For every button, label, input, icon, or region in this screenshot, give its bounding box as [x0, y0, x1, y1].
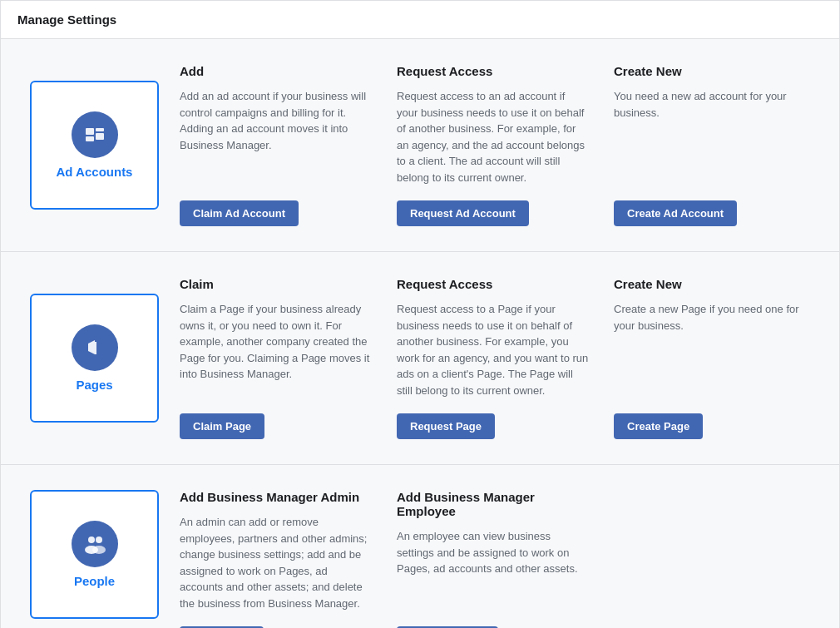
svg-rect-2	[96, 133, 104, 140]
people-employee-desc: An employee can view business settings a…	[397, 528, 589, 611]
ad-accounts-create-desc: You need a new ad account for your busin…	[614, 88, 806, 185]
pages-content: Claim Claim a Page if your business alre…	[171, 269, 823, 448]
pages-icon-col: Pages	[17, 269, 171, 448]
people-admin-title: Add Business Manager Admin	[180, 490, 372, 504]
ad-accounts-add-block: Add Add an ad account if your business w…	[171, 56, 388, 235]
people-label: People	[74, 574, 115, 588]
pages-label: Pages	[76, 378, 112, 392]
people-admin-desc: An admin can add or remove employees, pa…	[180, 514, 372, 611]
request-ad-account-button[interactable]: Request Ad Account	[397, 200, 529, 226]
people-icon-col: People	[17, 482, 171, 627]
create-page-button[interactable]: Create Page	[614, 413, 703, 439]
pages-request-block: Request Access Request access to a Page …	[388, 269, 605, 448]
claim-ad-account-button[interactable]: Claim Ad Account	[180, 200, 299, 226]
svg-rect-1	[96, 128, 104, 131]
pages-claim-title: Claim	[180, 277, 372, 291]
svg-point-6	[88, 537, 95, 543]
svg-point-7	[96, 537, 102, 543]
people-icon-box: People	[30, 490, 159, 619]
pages-request-title: Request Access	[397, 277, 589, 291]
ad-accounts-icon-col: Ad Accounts	[17, 56, 171, 235]
pages-icon-box: Pages	[30, 294, 159, 423]
people-employee-block: Add Business Manager Employee An employe…	[388, 482, 605, 628]
ad-accounts-content: Add Add an ad account if your business w…	[171, 56, 823, 235]
ad-accounts-section: Ad Accounts Add Add an ad account if you…	[1, 39, 839, 252]
people-content: Add Business Manager Admin An admin can …	[171, 482, 823, 628]
main-container: Manage Settings Ad Accounts Add	[0, 0, 840, 628]
people-icon	[72, 521, 118, 567]
svg-marker-4	[88, 340, 95, 354]
ad-accounts-create-block: Create New You need a new ad account for…	[605, 56, 823, 235]
pages-create-desc: Create a new Page if you need one for yo…	[614, 301, 806, 398]
svg-point-9	[92, 546, 106, 554]
people-admin-block: Add Business Manager Admin An admin can …	[171, 482, 388, 628]
ad-accounts-add-desc: Add an ad account if your business will …	[180, 88, 372, 185]
pages-claim-block: Claim Claim a Page if your business alre…	[171, 269, 388, 448]
pages-create-title: Create New	[614, 277, 806, 291]
create-ad-account-button[interactable]: Create Ad Account	[614, 200, 737, 226]
ad-accounts-icon	[72, 111, 118, 158]
claim-page-button[interactable]: Claim Page	[180, 413, 264, 439]
pages-claim-desc: Claim a Page if your business already ow…	[180, 301, 372, 398]
pages-request-desc: Request access to a Page if your busines…	[397, 301, 589, 398]
svg-rect-5	[95, 342, 96, 354]
people-employee-title: Add Business Manager Employee	[397, 490, 589, 518]
pages-create-block: Create New Create a new Page if you need…	[605, 269, 823, 448]
ad-accounts-request-desc: Request access to an ad account if your …	[397, 88, 589, 185]
pages-icon	[72, 324, 118, 371]
svg-rect-3	[86, 136, 94, 141]
pages-section: Pages Claim Claim a Page if your busines…	[1, 252, 839, 465]
ad-accounts-request-title: Request Access	[397, 64, 589, 78]
ad-accounts-request-block: Request Access Request access to an ad a…	[388, 56, 605, 235]
svg-rect-0	[86, 128, 94, 135]
ad-accounts-create-title: Create New	[614, 64, 806, 78]
people-empty-block	[605, 482, 823, 628]
ad-accounts-icon-box: Ad Accounts	[30, 81, 159, 210]
page-title: Manage Settings	[17, 12, 116, 27]
ad-accounts-add-title: Add	[180, 64, 372, 78]
people-section: People Add Business Manager Admin An adm…	[1, 465, 839, 628]
ad-accounts-label: Ad Accounts	[57, 165, 133, 179]
request-page-button[interactable]: Request Page	[397, 413, 495, 439]
header: Manage Settings	[1, 1, 839, 39]
